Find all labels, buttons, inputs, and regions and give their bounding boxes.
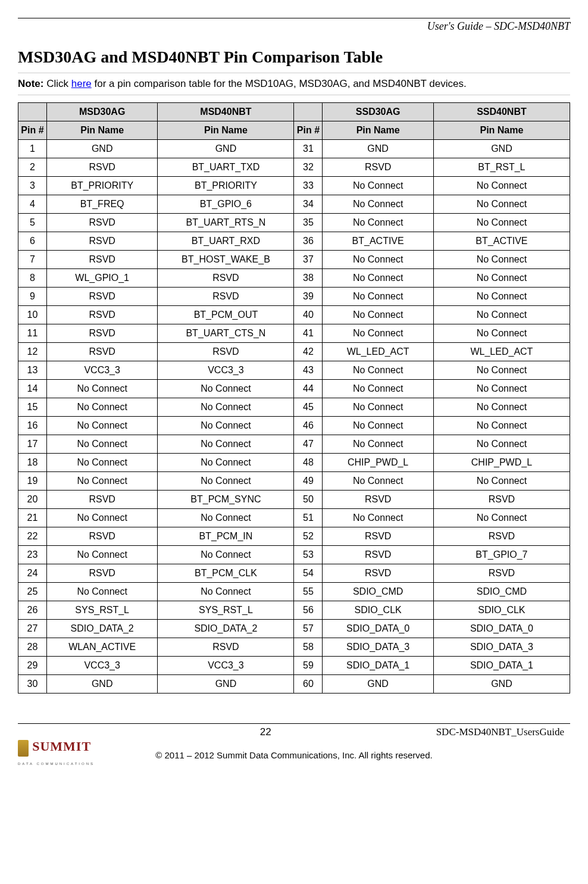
table-row: 15No ConnectNo Connect45No ConnectNo Con… bbox=[18, 398, 570, 417]
table-cell: No Connect bbox=[323, 509, 433, 527]
page-title: MSD30AG and MSD40NBT Pin Comparison Tabl… bbox=[18, 48, 570, 67]
table-row: 17No ConnectNo Connect47No ConnectNo Con… bbox=[18, 435, 570, 454]
logo-sub-text: DATA COMMUNICATIONS bbox=[18, 762, 95, 766]
table-cell: SDIO_DATA_2 bbox=[158, 620, 294, 638]
table-cell: SDIO_CLK bbox=[323, 601, 433, 620]
table-cell: RSVD bbox=[46, 251, 157, 269]
table-cell: No Connect bbox=[158, 583, 294, 601]
table-cell: BT_ACTIVE bbox=[433, 232, 570, 251]
table-cell: WLAN_ACTIVE bbox=[46, 638, 157, 657]
table-cell: RSVD bbox=[158, 638, 294, 657]
table-cell: RSVD bbox=[158, 269, 294, 288]
table-row: 11RSVDBT_UART_CTS_N41No ConnectNo Connec… bbox=[18, 324, 570, 343]
table-cell: 45 bbox=[294, 398, 323, 417]
table-cell: RSVD bbox=[46, 232, 157, 251]
table-cell: No Connect bbox=[46, 472, 157, 491]
table-cell: No Connect bbox=[323, 195, 433, 214]
table-cell: No Connect bbox=[433, 269, 570, 288]
table-cell: 31 bbox=[294, 140, 323, 158]
table-cell: No Connect bbox=[46, 435, 157, 454]
table-cell: 9 bbox=[18, 288, 47, 306]
table-cell: No Connect bbox=[158, 398, 294, 417]
table-cell: 37 bbox=[294, 251, 323, 269]
table-cell: 10 bbox=[18, 306, 47, 324]
table-cell: No Connect bbox=[433, 398, 570, 417]
table-cell: GND bbox=[433, 675, 570, 694]
table-row: 13VCC3_3VCC3_343No ConnectNo Connect bbox=[18, 361, 570, 380]
table-cell: RSVD bbox=[46, 491, 157, 509]
table-cell: 50 bbox=[294, 491, 323, 509]
th-pinname-3: Pin Name bbox=[323, 121, 433, 140]
table-cell: 36 bbox=[294, 232, 323, 251]
table-cell: 4 bbox=[18, 195, 47, 214]
table-cell: No Connect bbox=[158, 417, 294, 435]
th-pin-1: Pin # bbox=[18, 121, 47, 140]
table-cell: No Connect bbox=[46, 417, 157, 435]
table-cell: No Connect bbox=[433, 251, 570, 269]
table-row: 5RSVDBT_UART_RTS_N35No ConnectNo Connect bbox=[18, 214, 570, 232]
table-row: 7RSVDBT_HOST_WAKE_B37No ConnectNo Connec… bbox=[18, 251, 570, 269]
table-cell: BT_FREQ bbox=[46, 195, 157, 214]
table-cell: RSVD bbox=[158, 343, 294, 361]
table-cell: No Connect bbox=[323, 398, 433, 417]
doc-id: SDC-MSD40NBT_UsersGuide bbox=[436, 726, 564, 738]
table-row: 25No ConnectNo Connect55SDIO_CMDSDIO_CMD bbox=[18, 583, 570, 601]
page-number: 22 bbox=[95, 726, 436, 738]
table-cell: No Connect bbox=[433, 177, 570, 195]
table-cell: BT_UART_TXD bbox=[158, 158, 294, 177]
table-cell: SYS_RST_L bbox=[158, 601, 294, 620]
table-cell: 11 bbox=[18, 324, 47, 343]
table-cell: 52 bbox=[294, 527, 323, 546]
table-cell: No Connect bbox=[323, 288, 433, 306]
table-cell: No Connect bbox=[46, 454, 157, 472]
note-before: Click bbox=[43, 78, 71, 89]
table-cell: No Connect bbox=[433, 380, 570, 398]
table-cell: No Connect bbox=[433, 306, 570, 324]
table-cell: 5 bbox=[18, 214, 47, 232]
th-ssd40nbt: SSD40NBT bbox=[433, 103, 570, 121]
table-cell: GND bbox=[46, 140, 157, 158]
table-cell: VCC3_3 bbox=[158, 657, 294, 675]
table-cell: RSVD bbox=[323, 564, 433, 583]
table-cell: 43 bbox=[294, 361, 323, 380]
table-cell: No Connect bbox=[433, 472, 570, 491]
table-row: 27SDIO_DATA_2SDIO_DATA_257SDIO_DATA_0SDI… bbox=[18, 620, 570, 638]
logo-main-text: SUMMIT bbox=[32, 739, 91, 754]
table-cell: BT_GPIO_7 bbox=[433, 546, 570, 564]
table-cell: 19 bbox=[18, 472, 47, 491]
table-cell: No Connect bbox=[323, 214, 433, 232]
table-cell: 57 bbox=[294, 620, 323, 638]
table-row: 2RSVDBT_UART_TXD32RSVDBT_RST_L bbox=[18, 158, 570, 177]
page-footer: 22 SDC-MSD40NBT_UsersGuide SUMMIT DATA C… bbox=[18, 723, 570, 767]
table-row: 3BT_PRIORITYBT_PRIORITY33No ConnectNo Co… bbox=[18, 177, 570, 195]
table-cell: BT_GPIO_6 bbox=[158, 195, 294, 214]
table-cell: 56 bbox=[294, 601, 323, 620]
logo-bar-icon bbox=[18, 740, 29, 757]
table-cell: GND bbox=[323, 140, 433, 158]
table-cell: 46 bbox=[294, 417, 323, 435]
table-cell: No Connect bbox=[323, 435, 433, 454]
copyright: © 2011 – 2012 Summit Data Communications… bbox=[155, 750, 432, 760]
table-cell: 12 bbox=[18, 343, 47, 361]
table-cell: 13 bbox=[18, 361, 47, 380]
table-cell: No Connect bbox=[158, 509, 294, 527]
table-cell: No Connect bbox=[46, 380, 157, 398]
table-cell: 47 bbox=[294, 435, 323, 454]
table-cell: No Connect bbox=[323, 380, 433, 398]
th-ssd30ag: SSD30AG bbox=[323, 103, 433, 121]
table-row: 22RSVDBT_PCM_IN52RSVDRSVD bbox=[18, 527, 570, 546]
here-link[interactable]: here bbox=[71, 78, 92, 89]
note-prefix: Note: bbox=[18, 78, 43, 89]
table-cell: BT_ACTIVE bbox=[323, 232, 433, 251]
table-cell: 27 bbox=[18, 620, 47, 638]
table-cell: RSVD bbox=[46, 288, 157, 306]
table-cell: 40 bbox=[294, 306, 323, 324]
table-cell: 7 bbox=[18, 251, 47, 269]
table-cell: No Connect bbox=[46, 583, 157, 601]
table-cell: 48 bbox=[294, 454, 323, 472]
table-cell: RSVD bbox=[323, 491, 433, 509]
table-cell: 24 bbox=[18, 564, 47, 583]
pin-comparison-table: MSD30AG MSD40NBT SSD30AG SSD40NBT Pin # … bbox=[18, 102, 570, 694]
table-cell: RSVD bbox=[323, 158, 433, 177]
table-cell: 39 bbox=[294, 288, 323, 306]
